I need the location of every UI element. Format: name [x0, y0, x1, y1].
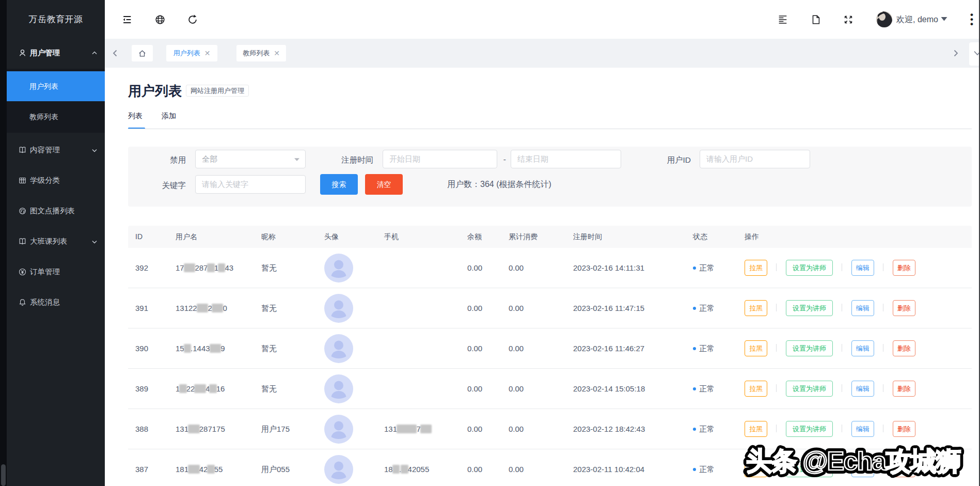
svg-text:头条 @Echa攻城狮: 头条 @Echa攻城狮: [746, 447, 961, 476]
